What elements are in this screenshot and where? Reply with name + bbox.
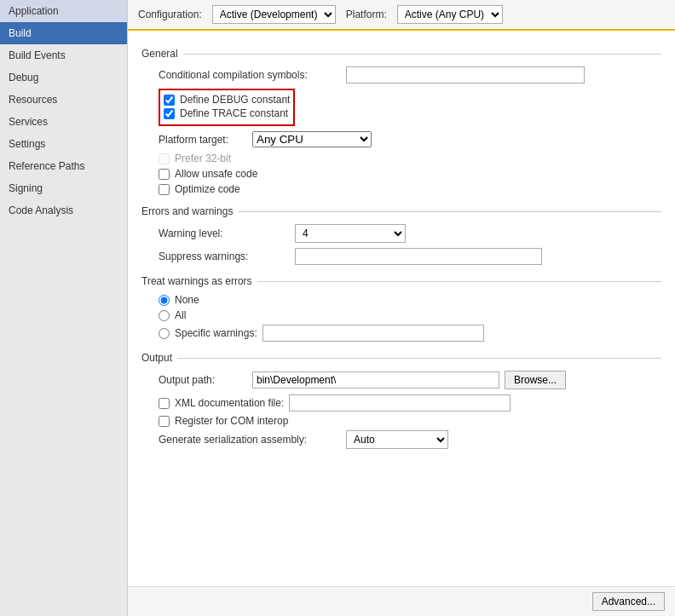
sidebar-item-settings[interactable]: Settings: [0, 133, 127, 155]
warning-level-row: Warning level: 4 0 1 2 3: [141, 224, 661, 243]
xml-doc-input[interactable]: [289, 394, 511, 412]
com-interop-checkbox[interactable]: [159, 416, 170, 427]
sidebar-item-signing[interactable]: Signing: [0, 177, 127, 199]
conditional-symbols-label: Conditional compilation symbols:: [159, 69, 346, 81]
browse-button[interactable]: Browse...: [505, 371, 566, 389]
all-radio-row: All: [141, 309, 661, 321]
none-radio-row: None: [141, 294, 661, 306]
errors-warnings-section-header: Errors and warnings: [141, 205, 661, 217]
prefer32-row: Prefer 32-bit: [141, 153, 661, 164]
com-interop-row: Register for COM interop: [141, 415, 661, 427]
platform-target-label: Platform target:: [159, 134, 252, 146]
general-section-header: General: [141, 48, 661, 60]
main-panel: Configuration: Active (Development) Debu…: [128, 0, 675, 616]
sidebar-item-build[interactable]: Build: [0, 22, 127, 44]
warning-level-select[interactable]: 4 0 1 2 3: [295, 224, 406, 243]
output-path-input[interactable]: bin\Development\: [252, 371, 499, 389]
gen-serialization-row: Generate serialization assembly: Auto On…: [141, 430, 661, 449]
all-label: All: [175, 309, 186, 321]
top-bar: Configuration: Active (Development) Debu…: [128, 0, 675, 31]
sidebar: Application Build Build Events Debug Res…: [0, 0, 128, 616]
all-radio[interactable]: [159, 310, 170, 321]
define-debug-checkbox[interactable]: [164, 95, 175, 106]
suppress-warnings-row: Suppress warnings:: [141, 248, 661, 265]
specific-radio-row: Specific warnings:: [141, 325, 661, 342]
configuration-label: Configuration:: [138, 9, 202, 20]
define-trace-checkbox[interactable]: [164, 108, 175, 119]
specific-radio[interactable]: [159, 328, 170, 339]
optimize-checkbox[interactable]: [159, 184, 170, 195]
sidebar-item-build-events[interactable]: Build Events: [0, 44, 127, 66]
gen-serialization-label: Generate serialization assembly:: [159, 434, 346, 446]
xml-doc-checkbox[interactable]: [159, 398, 170, 409]
sidebar-item-resources[interactable]: Resources: [0, 89, 127, 111]
sidebar-item-application[interactable]: Application: [0, 0, 127, 22]
none-radio[interactable]: [159, 295, 170, 306]
sidebar-item-debug[interactable]: Debug: [0, 66, 127, 89]
output-section-header: Output: [141, 352, 661, 364]
gen-serialization-select[interactable]: Auto On Off: [346, 430, 448, 449]
allow-unsafe-row: Allow unsafe code: [141, 168, 661, 180]
optimize-row: Optimize code: [141, 183, 661, 195]
suppress-warnings-label: Suppress warnings:: [159, 250, 295, 262]
sidebar-item-services[interactable]: Services: [0, 111, 127, 133]
com-interop-label: Register for COM interop: [175, 415, 288, 427]
platform-target-select[interactable]: Any CPU x86 x64: [252, 131, 372, 147]
xml-doc-label: XML documentation file:: [175, 397, 284, 409]
debug-trace-highlight-box: Define DEBUG constant Define TRACE const…: [159, 89, 295, 126]
optimize-label: Optimize code: [175, 183, 240, 195]
platform-target-row: Platform target: Any CPU x86 x64: [141, 131, 661, 147]
define-debug-label: Define DEBUG constant: [180, 94, 290, 106]
advanced-button[interactable]: Advanced...: [592, 592, 665, 611]
output-path-label: Output path:: [159, 374, 252, 386]
none-label: None: [175, 294, 199, 306]
specific-label: Specific warnings:: [175, 327, 257, 339]
platform-label: Platform:: [346, 9, 387, 20]
specific-warnings-input[interactable]: [262, 325, 484, 342]
configuration-select[interactable]: Active (Development) Debug Release: [212, 5, 336, 24]
conditional-symbols-row: Conditional compilation symbols:: [141, 66, 661, 83]
warning-level-label: Warning level:: [159, 227, 295, 239]
treat-warnings-section-header: Treat warnings as errors: [141, 275, 661, 287]
allow-unsafe-checkbox[interactable]: [159, 169, 170, 180]
sidebar-item-reference-paths[interactable]: Reference Paths: [0, 155, 127, 177]
suppress-warnings-input[interactable]: [295, 248, 542, 265]
define-trace-label: Define TRACE constant: [180, 107, 288, 119]
platform-select[interactable]: Active (Any CPU) Any CPU x86 x64: [397, 5, 503, 24]
allow-unsafe-label: Allow unsafe code: [175, 168, 257, 180]
prefer32-label: Prefer 32-bit: [175, 153, 231, 164]
prefer32-checkbox: [159, 153, 170, 164]
sidebar-item-code-analysis[interactable]: Code Analysis: [0, 199, 127, 222]
output-path-row: Output path: bin\Development\ Browse...: [141, 371, 661, 389]
bottom-bar: Advanced...: [128, 586, 675, 616]
xml-doc-row: XML documentation file:: [141, 394, 661, 412]
conditional-symbols-input[interactable]: [346, 66, 585, 83]
define-trace-row: Define TRACE constant: [164, 107, 290, 119]
content-area: General Conditional compilation symbols:…: [128, 31, 675, 586]
define-debug-row: Define DEBUG constant: [164, 94, 290, 106]
